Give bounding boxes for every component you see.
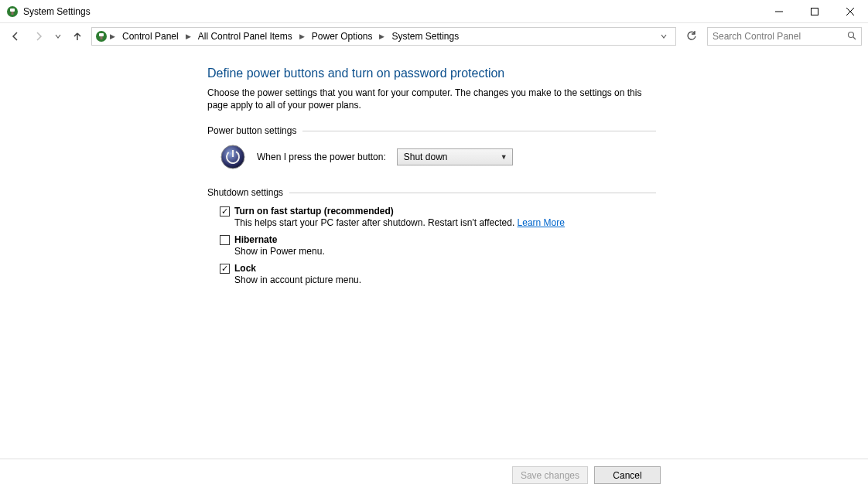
forward-button[interactable] xyxy=(29,27,48,46)
svg-rect-8 xyxy=(99,33,104,36)
select-value: Shut down xyxy=(404,152,448,162)
power-button-row-label: When I press the power button: xyxy=(257,152,386,162)
address-icon xyxy=(95,30,108,43)
app-icon xyxy=(6,5,19,18)
svg-rect-9 xyxy=(101,36,103,39)
checkbox-fast-startup[interactable] xyxy=(220,206,230,217)
chevron-down-icon: ▼ xyxy=(501,153,507,161)
checkbox-hibernate[interactable] xyxy=(220,235,230,245)
address-dropdown-button[interactable] xyxy=(657,29,671,43)
shutdown-item-sub: This helps start your PC faster after sh… xyxy=(234,217,518,228)
recent-locations-button[interactable] xyxy=(53,27,63,46)
shutdown-item-fast-startup: Turn on fast startup (recommended) This … xyxy=(220,206,656,228)
svg-line-11 xyxy=(853,37,856,39)
shutdown-item-hibernate: Hibernate Show in Power menu. xyxy=(220,234,656,257)
cancel-button[interactable]: Cancel xyxy=(594,466,661,484)
svg-rect-1 xyxy=(10,9,15,12)
breadcrumb: Control Panel ▶ All Control Panel Items … xyxy=(118,29,655,43)
page-description: Choose the power settings that you want … xyxy=(207,87,656,111)
shutdown-item-title: Hibernate xyxy=(234,234,277,245)
window-title: System Settings xyxy=(23,6,91,17)
refresh-button[interactable] xyxy=(681,27,702,46)
shutdown-item-title: Lock xyxy=(234,263,256,274)
divider xyxy=(302,131,656,131)
command-bar: Save changes Cancel xyxy=(0,459,868,491)
chevron-right-icon[interactable]: ▶ xyxy=(109,32,116,40)
section-shutdown: Shutdown settings xyxy=(207,187,656,198)
page-heading: Define power buttons and turn on passwor… xyxy=(207,66,656,80)
svg-rect-4 xyxy=(812,8,818,15)
section-shutdown-label: Shutdown settings xyxy=(207,187,283,198)
shutdown-item-title: Turn on fast startup (recommended) xyxy=(234,206,394,217)
maximize-button[interactable] xyxy=(797,0,832,23)
crumb-all-items[interactable]: All Control Panel Items xyxy=(193,29,297,43)
close-button[interactable] xyxy=(832,0,868,23)
learn-more-link[interactable]: Learn More xyxy=(518,217,565,228)
section-power-button: Power button settings xyxy=(207,125,656,136)
crumb-power-options[interactable]: Power Options xyxy=(307,29,378,43)
section-power-button-label: Power button settings xyxy=(207,125,296,136)
up-button[interactable] xyxy=(68,27,87,46)
content-area: Define power buttons and turn on passwor… xyxy=(0,49,868,459)
shutdown-item-sub: Show in Power menu. xyxy=(234,246,656,257)
svg-point-10 xyxy=(849,32,854,37)
search-placeholder: Search Control Panel xyxy=(713,31,801,42)
search-icon xyxy=(847,31,856,43)
navbar: ▶ Control Panel ▶ All Control Panel Item… xyxy=(0,23,868,49)
chevron-right-icon[interactable]: ▶ xyxy=(299,32,306,40)
back-button[interactable] xyxy=(6,27,25,46)
search-input[interactable]: Search Control Panel xyxy=(707,27,862,46)
minimize-button[interactable] xyxy=(761,0,797,23)
titlebar: System Settings xyxy=(0,0,868,23)
crumb-system-settings[interactable]: System Settings xyxy=(387,29,463,43)
shutdown-item-lock: Lock Show in account picture menu. xyxy=(220,263,656,285)
chevron-right-icon[interactable]: ▶ xyxy=(185,32,192,40)
address-bar[interactable]: ▶ Control Panel ▶ All Control Panel Item… xyxy=(91,27,676,46)
power-button-action-select[interactable]: Shut down ▼ xyxy=(397,148,513,165)
chevron-right-icon[interactable]: ▶ xyxy=(378,32,385,40)
checkbox-lock[interactable] xyxy=(220,264,230,274)
power-icon xyxy=(220,144,246,170)
save-changes-button[interactable]: Save changes xyxy=(512,466,588,484)
shutdown-item-sub: Show in account picture menu. xyxy=(234,274,656,285)
svg-rect-2 xyxy=(12,12,14,15)
crumb-control-panel[interactable]: Control Panel xyxy=(118,29,183,43)
divider xyxy=(289,193,656,193)
